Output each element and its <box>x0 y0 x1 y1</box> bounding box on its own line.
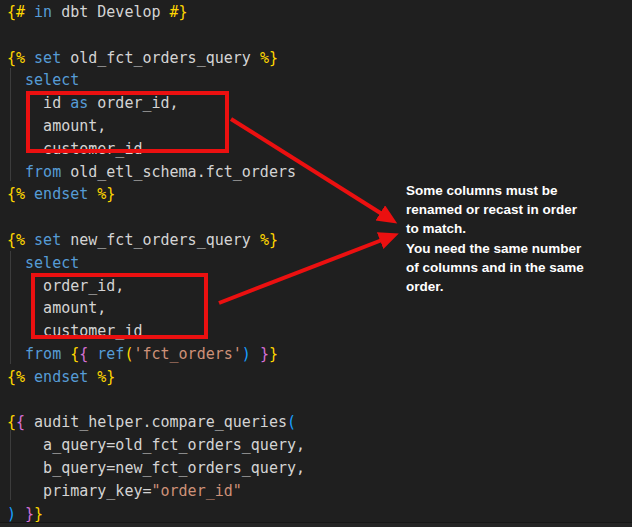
code-token: { <box>70 345 79 363</box>
highlight-box-new-columns <box>31 273 208 339</box>
code-token: a_query=old_fct_orders_query, <box>7 436 305 454</box>
code-token <box>16 505 25 523</box>
code-editor-window[interactable]: {# in dbt Develop #}{% set old_fct_order… <box>0 0 632 527</box>
code-token <box>61 345 70 363</box>
code-line: b_query=new_fct_orders_query, <box>7 457 305 480</box>
code-token: { <box>7 413 16 431</box>
horizontal-scrollbar[interactable] <box>0 522 632 527</box>
indent-guide <box>10 430 11 500</box>
code-token: "order_id" <box>152 482 242 500</box>
code-token <box>88 368 97 386</box>
code-line: a_query=old_fct_orders_query, <box>7 434 305 457</box>
code-token: 'fct_orders' <box>133 345 241 363</box>
code-token: set <box>34 231 61 249</box>
code-token: new_fct_orders_query <box>61 231 260 249</box>
annotation-line: of columns and in the same <box>406 258 616 277</box>
code-token: ref <box>97 345 124 363</box>
code-token <box>25 368 34 386</box>
code-token: dbt Develop <box>52 3 169 21</box>
code-token <box>25 231 34 249</box>
code-line: from {{ ref('fct_orders') }} <box>7 343 305 366</box>
code-line: select <box>7 69 305 92</box>
code-line: {% set new_fct_orders_query %} <box>7 229 305 252</box>
code-token: %} <box>97 185 115 203</box>
code-token <box>25 185 34 203</box>
code-token: from <box>25 163 61 181</box>
code-token <box>88 185 97 203</box>
code-token: audit_helper.compare_queries <box>25 413 287 431</box>
code-token: ( <box>287 413 296 431</box>
code-token: {# <box>7 3 25 21</box>
code-token: ) <box>7 505 16 523</box>
code-token: } <box>34 505 43 523</box>
code-token: select <box>25 254 79 272</box>
code-line: {% endset %} <box>7 183 305 206</box>
indent-guide <box>10 68 11 181</box>
annotation-line: You need the same number <box>406 239 616 258</box>
annotation-line: to match. <box>406 219 616 238</box>
code-token: } <box>25 505 34 523</box>
code-token: b_query=new_fct_orders_query, <box>7 459 305 477</box>
code-token: {% <box>7 185 25 203</box>
code-token: select <box>25 71 79 89</box>
code-line: {% endset %} <box>7 366 305 389</box>
code-token <box>88 345 97 363</box>
code-token: from <box>25 345 61 363</box>
highlight-box-old-columns <box>26 91 229 153</box>
code-token: %} <box>260 49 278 67</box>
code-token: endset <box>34 185 88 203</box>
code-token: } <box>260 345 269 363</box>
indent-guide <box>10 251 11 364</box>
code-token: #} <box>170 3 188 21</box>
annotation-line: Some columns must be <box>406 181 616 200</box>
code-line <box>7 24 305 47</box>
code-token: { <box>79 345 88 363</box>
code-token: {% <box>7 368 25 386</box>
code-token <box>25 49 34 67</box>
code-line: select <box>7 252 305 275</box>
annotation-line: order. <box>406 277 616 296</box>
code-token: ) <box>242 345 251 363</box>
code-token: {% <box>7 231 25 249</box>
code-token: %} <box>97 368 115 386</box>
code-token: { <box>16 413 25 431</box>
code-token: endset <box>34 368 88 386</box>
code-line: {# in dbt Develop #} <box>7 1 305 24</box>
code-token: {% <box>7 49 25 67</box>
code-line: {{ audit_helper.compare_queries( <box>7 411 305 434</box>
code-line: from old_etl_schema.fct_orders <box>7 161 305 184</box>
code-token: set <box>34 49 61 67</box>
code-area[interactable]: {# in dbt Develop #}{% set old_fct_order… <box>7 1 305 525</box>
code-line: primary_key="order_id" <box>7 480 305 503</box>
code-token: } <box>269 345 278 363</box>
code-token: primary_key= <box>7 482 152 500</box>
code-token <box>25 3 34 21</box>
annotation-note: Some columns must be renamed or recast i… <box>406 181 616 296</box>
code-line: {% set old_fct_orders_query %} <box>7 47 305 70</box>
code-line <box>7 389 305 412</box>
code-token: in <box>34 3 52 21</box>
annotation-line: renamed or recast in order <box>406 200 616 219</box>
code-token: old_etl_schema.fct_orders <box>61 163 296 181</box>
code-token: %} <box>260 231 278 249</box>
code-line <box>7 206 305 229</box>
code-token: old_fct_orders_query <box>61 49 260 67</box>
code-token <box>251 345 260 363</box>
